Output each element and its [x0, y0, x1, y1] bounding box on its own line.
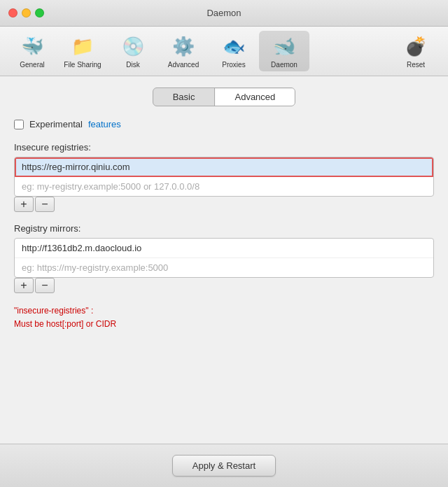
daemon-icon: 🐋	[272, 34, 297, 59]
proxies-icon: 🐟	[221, 34, 246, 59]
toolbar-item-proxies[interactable]: 🐟 Proxies	[209, 31, 259, 71]
registry-mirrors-label: Registry mirrors:	[14, 223, 434, 234]
advanced-label: Advanced	[168, 61, 199, 69]
close-button[interactable]	[8, 8, 18, 17]
bottom-bar: Apply & Restart	[0, 444, 448, 487]
error-line1: "insecure-registries" :	[14, 304, 434, 318]
experimental-label: Experimental	[29, 119, 83, 129]
toolbar: 🐳 General 📁 File Sharing 💿 Disk ⚙️ Advan…	[0, 27, 448, 76]
tab-advanced[interactable]: Advanced	[215, 88, 295, 106]
disk-label: Disk	[126, 61, 139, 69]
insecure-add-button[interactable]: +	[14, 197, 34, 212]
toolbar-item-daemon[interactable]: 🐋 Daemon	[259, 31, 309, 71]
experimental-row: Experimental features	[14, 119, 434, 129]
toolbar-item-disk[interactable]: 💿 Disk	[108, 31, 158, 71]
mirrors-remove-button[interactable]: −	[35, 278, 55, 293]
app-window: Daemon 🐳 General 📁 File Sharing 💿 Disk ⚙…	[0, 0, 448, 487]
registry-mirror-item-1[interactable]: eg: https://my-registry.example:5000	[15, 258, 433, 277]
registry-mirrors-controls: + −	[14, 278, 434, 293]
daemon-label: Daemon	[271, 61, 298, 69]
insecure-registry-item-0[interactable]: https://reg-mirror.qiniu.com	[15, 157, 433, 177]
content-area: Basic Advanced Experimental features Ins…	[0, 76, 448, 487]
insecure-remove-button[interactable]: −	[35, 197, 55, 212]
file-sharing-icon: 📁	[70, 34, 95, 59]
maximize-button[interactable]	[35, 8, 44, 17]
advanced-icon: ⚙️	[171, 34, 196, 59]
insecure-registry-item-1[interactable]: eg: my-registry.example:5000 or 127.0.0.…	[15, 177, 433, 196]
window-title: Daemon	[206, 8, 241, 18]
reset-label: Reset	[407, 61, 425, 69]
tab-group: Basic Advanced	[153, 87, 296, 106]
minimize-button[interactable]	[22, 8, 31, 17]
reset-icon: 💣	[403, 34, 428, 59]
general-label: General	[20, 61, 45, 69]
toolbar-item-general[interactable]: 🐳 General	[7, 31, 57, 71]
general-icon: 🐳	[20, 34, 45, 59]
features-link[interactable]: features	[88, 119, 121, 129]
insecure-registries-label: Insecure registries:	[14, 142, 434, 153]
toolbar-item-advanced[interactable]: ⚙️ Advanced	[158, 31, 209, 71]
registry-mirror-item-0[interactable]: http://f1361db2.m.daocloud.io	[15, 239, 433, 258]
tab-basic[interactable]: Basic	[153, 88, 216, 106]
insecure-registries-list: https://reg-mirror.qiniu.com eg: my-regi…	[14, 157, 434, 197]
file-sharing-label: File Sharing	[64, 61, 101, 69]
error-message: "insecure-registries" : Must be host[:po…	[14, 304, 434, 331]
error-line2: Must be host[:port] or CIDR	[14, 318, 434, 331]
disk-icon: 💿	[120, 34, 146, 59]
apply-restart-button[interactable]: Apply & Restart	[172, 455, 276, 477]
insecure-registries-controls: + −	[14, 197, 434, 212]
experimental-checkbox[interactable]	[14, 120, 24, 129]
toolbar-item-file-sharing[interactable]: 📁 File Sharing	[57, 31, 108, 71]
mirrors-add-button[interactable]: +	[14, 278, 34, 293]
tab-bar: Basic Advanced	[14, 87, 434, 106]
titlebar: Daemon	[0, 0, 448, 27]
proxies-label: Proxies	[222, 61, 245, 69]
window-buttons	[8, 8, 44, 17]
registry-mirrors-list: http://f1361db2.m.daocloud.io eg: https:…	[14, 238, 434, 278]
toolbar-item-reset[interactable]: 💣 Reset	[391, 31, 441, 71]
